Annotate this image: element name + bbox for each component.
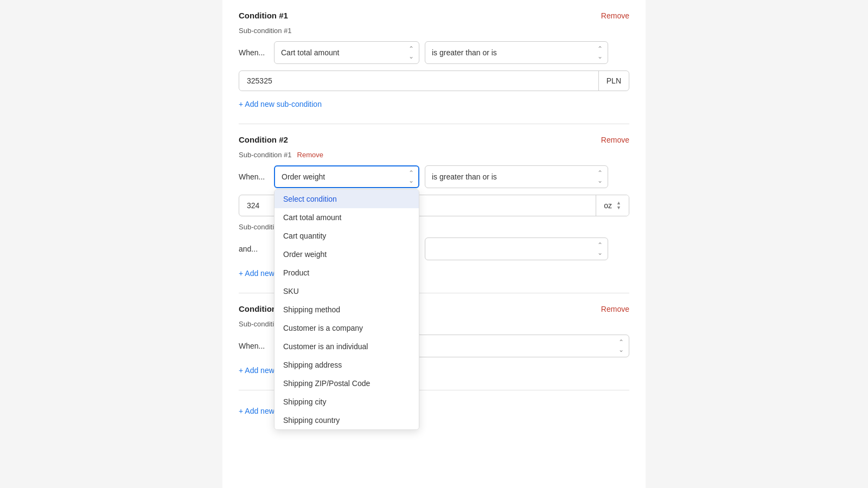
when-label-2-1: When...: [239, 172, 269, 181]
when-row-2-1: When... Order weight ⌃⌄ Select condition…: [239, 165, 629, 188]
condition-1-block: Condition #1 Remove Sub-condition #1 Whe…: [239, 11, 629, 111]
condition-1-header: Condition #1 Remove: [239, 11, 629, 20]
dropdown-item-shipping-zip[interactable]: Shipping ZIP/Postal Code: [275, 374, 419, 393]
condition-1-remove[interactable]: Remove: [601, 11, 629, 20]
field-select-wrapper-2-1: Order weight ⌃⌄: [274, 165, 419, 188]
dropdown-item-shipping-country[interactable]: Shipping country: [275, 411, 419, 429]
condition-2-header: Condition #2 Remove: [239, 135, 629, 144]
condition-1-title: Condition #1: [239, 11, 288, 20]
value-row-1-1: PLN: [239, 70, 629, 91]
dropdown-item-cart-total[interactable]: Cart total amount: [275, 208, 419, 227]
condition-dropdown-menu: Select condition Cart total amount Cart …: [274, 189, 419, 430]
divider-1: [239, 124, 629, 124]
content-area: Condition #1 Remove Sub-condition #1 Whe…: [222, 0, 646, 488]
add-sub-condition-1[interactable]: + Add new sub-condition: [239, 100, 322, 108]
sub-condition-2-1-label: Sub-condition #1 Remove: [239, 151, 629, 159]
operator-select-wrapper-2-1: is greater than or is ⌃⌄: [425, 165, 608, 188]
and-operator-select-2-2[interactable]: [425, 237, 608, 260]
dropdown-item-select-condition[interactable]: Select condition: [275, 190, 419, 208]
dropdown-item-shipping-address[interactable]: Shipping address: [275, 356, 419, 374]
oz-chevrons: ▲ ▼: [616, 201, 621, 210]
field-select-2-1[interactable]: Order weight: [274, 165, 419, 188]
main-container: Condition #1 Remove Sub-condition #1 Whe…: [0, 0, 868, 488]
and-label-2-2: and...: [239, 245, 269, 253]
dropdown-item-customer-individual[interactable]: Customer is an individual: [275, 337, 419, 356]
when-label-3-1: When...: [239, 342, 269, 350]
when-label-1-1: When...: [239, 48, 269, 57]
condition-2-remove[interactable]: Remove: [601, 136, 629, 144]
field-dropdown-container-2-1: Order weight ⌃⌄ Select condition Cart to…: [274, 165, 419, 188]
dropdown-item-cart-quantity[interactable]: Cart quantity: [275, 227, 419, 245]
dropdown-item-shipping-city[interactable]: Shipping city: [275, 393, 419, 411]
dropdown-item-customer-company[interactable]: Customer is a company: [275, 319, 419, 337]
condition-3-remove[interactable]: Remove: [601, 305, 629, 313]
oz-down-icon[interactable]: ▼: [616, 206, 621, 210]
operator-select-wrapper-1-1: is greater than or is ⌃⌄: [425, 41, 608, 64]
dropdown-item-shipping-method[interactable]: Shipping method: [275, 300, 419, 319]
operator-select-1-1[interactable]: is greater than or is: [425, 41, 608, 64]
dropdown-item-product[interactable]: Product: [275, 264, 419, 282]
oz-stepper-2-1[interactable]: oz ▲ ▼: [596, 195, 629, 216]
condition-2-block: Condition #2 Remove Sub-condition #1 Rem…: [239, 135, 629, 280]
operator-select-2-1[interactable]: is greater than or is: [425, 165, 608, 188]
currency-1-1: PLN: [598, 71, 629, 91]
value-input-1-1[interactable]: [239, 71, 598, 91]
and-operator-select-wrapper-2-2: ⌃⌄: [425, 237, 608, 260]
dropdown-item-sku[interactable]: SKU: [275, 282, 419, 300]
sub-condition-1-1-label: Sub-condition #1: [239, 27, 629, 35]
field-select-1-1[interactable]: Cart total amount: [274, 41, 419, 64]
dropdown-item-order-weight[interactable]: Order weight: [275, 245, 419, 264]
field-select-wrapper-1-1: Cart total amount ⌃⌄: [274, 41, 419, 64]
sub-condition-2-1-remove[interactable]: Remove: [297, 151, 323, 159]
condition-2-title: Condition #2: [239, 135, 288, 144]
when-row-1-1: When... Cart total amount ⌃⌄ is greater …: [239, 41, 629, 64]
